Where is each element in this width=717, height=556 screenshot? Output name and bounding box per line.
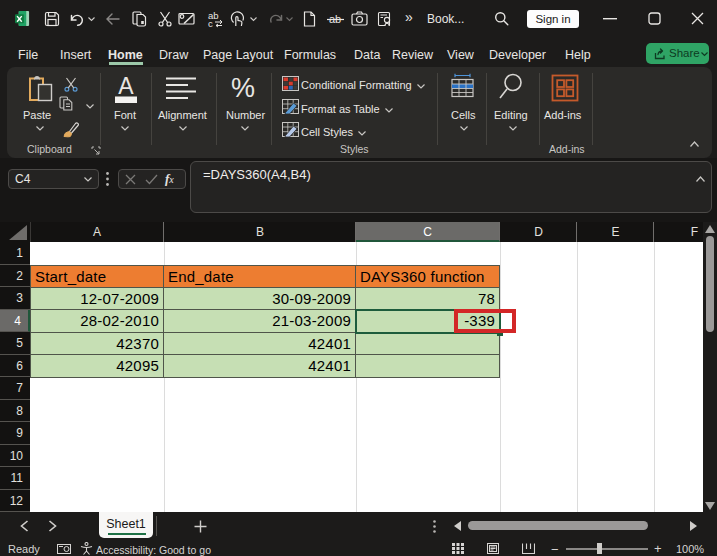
svg-text:A: A xyxy=(118,73,134,99)
svg-text:c: c xyxy=(208,18,213,28)
svg-text:%: % xyxy=(231,74,255,101)
